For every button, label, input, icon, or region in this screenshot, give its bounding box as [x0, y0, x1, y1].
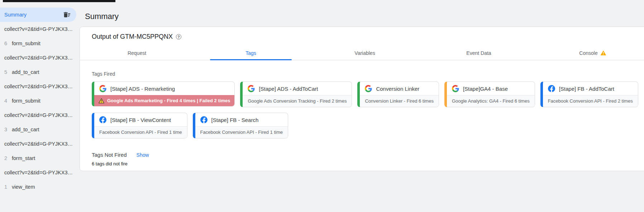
tag-card[interactable]: [Stape] ADS - AddToCart Google Ads Conve…: [240, 81, 352, 107]
tag-card-header: [Stape] ADS - AddToCart: [243, 82, 352, 95]
tab-bar: Request Tags Variables Event Data Consol…: [80, 46, 644, 60]
tag-status-bar: Google Ads Remarketing - Fired 4 times |…: [94, 95, 234, 106]
sidebar-item-request[interactable]: collect?v=2&tid=G-PYJKX3…: [0, 137, 80, 151]
google-icon: [99, 85, 106, 92]
tag-card[interactable]: [Stape] FB - ViewContent Facebook Conver…: [92, 113, 187, 138]
tag-status-text: Facebook Conversion API - Fired 2 times: [548, 98, 633, 104]
show-link[interactable]: Show: [137, 152, 149, 158]
sidebar-item-request[interactable]: collect?v=2&tid=G-PYJKX3…: [0, 108, 80, 122]
sidebar-item-request[interactable]: collect?v=2&tid=G-PYJKX3…: [0, 51, 80, 65]
tag-status-text: Conversion Linker - Fired 6 times: [365, 98, 433, 104]
tag-card-header: [Stape]GA4 - Base: [447, 82, 535, 95]
tags-section: Tags Fired [Stape] ADS - Remarketing Goo…: [80, 60, 644, 166]
tag-title: [Stape] ADS - Remarketing: [110, 86, 175, 92]
event-number: 3: [4, 127, 12, 132]
tag-title: [Stape] ADS - AddToCart: [259, 86, 318, 92]
sidebar-item-request[interactable]: collect?v=2&tid=G-PYJKX3…: [0, 165, 80, 180]
sidebar-item-label: collect?v=2&tid=G-PYJKX3…: [4, 170, 73, 175]
warning-icon: [99, 98, 104, 103]
sidebar-item-add_to_cart[interactable]: 5 add_to_cart: [0, 65, 80, 79]
tags-fired-heading: Tags Fired: [92, 71, 638, 77]
tag-card[interactable]: [Stape] ADS - Remarketing Google Ads Rem…: [92, 81, 235, 107]
tab-request[interactable]: Request: [80, 46, 194, 60]
sidebar-item-label: Summary: [4, 12, 27, 18]
tag-status-text: Facebook Conversion API - Fired 1 time: [200, 129, 283, 135]
tag-card[interactable]: Conversion Linker Conversion Linker - Fi…: [357, 81, 439, 107]
sidebar-item-label: add_to_cart: [12, 127, 39, 132]
google-icon: [452, 85, 459, 92]
sidebar-item-add_to_cart[interactable]: 3 add_to_cart: [0, 122, 80, 137]
sidebar-item-label: collect?v=2&tid=G-PYJKX3…: [4, 112, 73, 118]
card-header: Output of GTM-MC5PPQNX ?: [80, 27, 644, 41]
tag-card[interactable]: [Stape] FB - Search Facebook Conversion …: [193, 113, 288, 138]
sidebar-item-label: collect?v=2&tid=G-PYJKX3…: [4, 84, 73, 89]
event-number: 4: [4, 98, 12, 104]
sidebar-item-label: form_start: [12, 155, 35, 161]
window-top-edge: [3, 0, 115, 2]
tag-status-bar: Google Analytics: GA4 - Fired 6 times: [447, 95, 535, 107]
tab-variables[interactable]: Variables: [308, 46, 422, 60]
sidebar-item-label: collect?v=2&tid=G-PYJKX3…: [4, 141, 73, 147]
sidebar-item-label: collect?v=2&tid=G-PYJKX3…: [4, 55, 73, 61]
facebook-icon: [200, 116, 207, 123]
event-number: 2: [4, 155, 12, 161]
clear-messages-button[interactable]: [63, 10, 72, 19]
google-icon: [365, 85, 372, 92]
output-card: Output of GTM-MC5PPQNX ? Request Tags Va…: [80, 27, 644, 171]
tag-title: [Stape] FB - AddToCart: [559, 86, 614, 92]
sidebar-item-form_start[interactable]: 2 form_start: [0, 151, 80, 165]
tag-status-bar: Facebook Conversion API - Fired 2 times: [543, 95, 638, 107]
tab-event-data[interactable]: Event Data: [422, 46, 536, 60]
tag-status-bar: Facebook Conversion API - Fired 1 time: [94, 126, 187, 138]
event-number: 1: [4, 184, 12, 190]
tags-not-fired-count: 6 tags did not fire: [92, 161, 638, 166]
tab-label: Event Data: [466, 50, 491, 56]
event-sidebar: Summary collect?v=2&tid=G-PYJKX3… 6 form…: [0, 6, 80, 194]
sidebar-item-label: view_item: [12, 184, 35, 190]
tag-status-text: Google Ads Conversion Tracking - Fired 2…: [248, 98, 347, 104]
tag-status-bar: Google Ads Conversion Tracking - Fired 2…: [243, 95, 352, 107]
facebook-icon: [548, 85, 555, 92]
sidebar-item-label: collect?v=2&tid=G-PYJKX3…: [4, 26, 73, 32]
tag-card-row: [Stape] ADS - Remarketing Google Ads Rem…: [92, 81, 638, 107]
sidebar-item-label: add_to_cart: [12, 69, 39, 75]
event-number: 6: [4, 41, 12, 46]
google-icon: [248, 85, 255, 92]
page-title: Summary: [85, 12, 119, 21]
sidebar-item-summary[interactable]: Summary: [0, 8, 76, 22]
tag-card-header: [Stape] FB - AddToCart: [543, 82, 638, 95]
event-list: Summary collect?v=2&tid=G-PYJKX3… 6 form…: [0, 8, 80, 194]
tab-label: Request: [128, 50, 146, 56]
sidebar-item-view_item[interactable]: 1 view_item: [0, 180, 80, 194]
sidebar-item-form_submit[interactable]: 4 form_submit: [0, 94, 80, 108]
tag-card-header: [Stape] FB - ViewContent: [94, 113, 187, 126]
help-icon[interactable]: ?: [176, 34, 181, 39]
tab-console[interactable]: Console: [536, 46, 644, 60]
warning-icon: [600, 50, 606, 56]
tag-status-text: Facebook Conversion API - Fired 1 time: [99, 129, 182, 135]
tag-card[interactable]: [Stape]GA4 - Base Google Analytics: GA4 …: [444, 81, 535, 107]
tag-card[interactable]: [Stape] FB - AddToCart Facebook Conversi…: [540, 81, 638, 107]
tag-card-header: [Stape] ADS - Remarketing: [94, 82, 234, 95]
sidebar-item-label: form_submit: [12, 98, 40, 104]
tab-label: Console: [579, 50, 597, 56]
tag-status-bar: Conversion Linker - Fired 6 times: [360, 95, 438, 107]
tag-card-row: [Stape] FB - ViewContent Facebook Conver…: [92, 113, 288, 138]
sidebar-item-request[interactable]: collect?v=2&tid=G-PYJKX3…: [0, 22, 80, 36]
tag-title: [Stape] FB - ViewContent: [110, 117, 171, 123]
tab-tags[interactable]: Tags: [194, 46, 308, 60]
event-number: 5: [4, 69, 12, 75]
tag-card-header: Conversion Linker: [360, 82, 438, 95]
tab-label: Variables: [354, 50, 375, 56]
tag-title: [Stape] FB - Search: [211, 117, 259, 123]
tag-card-header: [Stape] FB - Search: [195, 113, 288, 126]
sidebar-item-form_submit[interactable]: 6 form_submit: [0, 36, 80, 51]
tags-fired-list: [Stape] ADS - Remarketing Google Ads Rem…: [92, 81, 638, 138]
tag-status-text: Google Ads Remarketing - Fired 4 times |…: [107, 98, 230, 103]
tag-title: [Stape]GA4 - Base: [463, 86, 508, 92]
tag-title: Conversion Linker: [376, 86, 419, 92]
sidebar-item-request[interactable]: collect?v=2&tid=G-PYJKX3…: [0, 79, 80, 94]
sidebar-item-label: form_submit: [12, 41, 40, 46]
tag-status-text: Google Analytics: GA4 - Fired 6 times: [452, 98, 530, 104]
card-title: Output of GTM-MC5PPQNX: [92, 33, 173, 41]
